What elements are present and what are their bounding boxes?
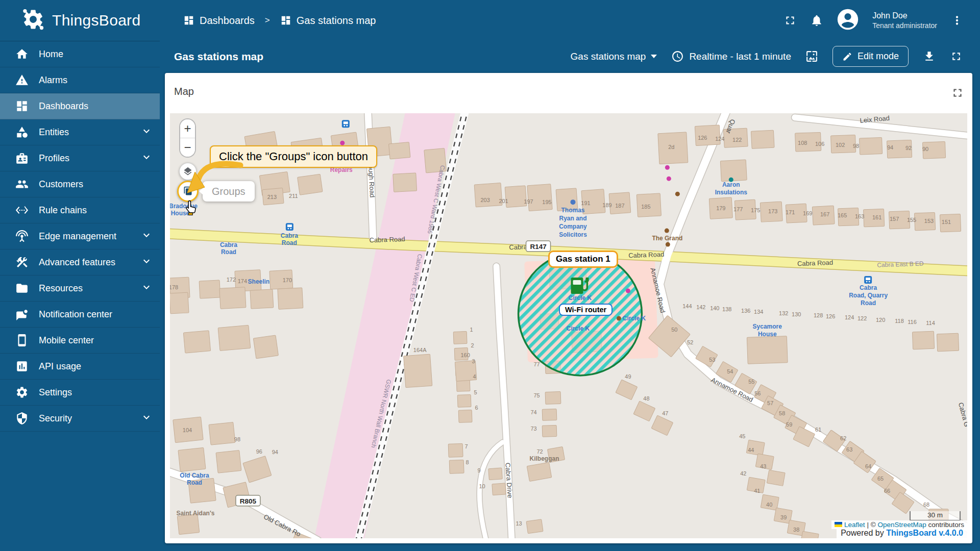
- svg-text:177: 177: [733, 206, 743, 212]
- svg-text:62: 62: [840, 435, 846, 441]
- sidebar-item-notification-center[interactable]: Notification center: [0, 302, 160, 328]
- leaflet-link[interactable]: Leaflet: [844, 521, 865, 529]
- sidebar-item-home[interactable]: Home: [0, 41, 160, 67]
- svg-text:50: 50: [671, 327, 677, 333]
- svg-text:174: 174: [238, 278, 247, 284]
- svg-text:8: 8: [466, 459, 469, 465]
- image-icon: [805, 50, 818, 63]
- more-menu-button[interactable]: [950, 14, 964, 27]
- svg-text:Cabra Road: Cabra Road: [797, 259, 833, 267]
- sidebar-item-alarms[interactable]: Alarms: [0, 67, 160, 93]
- svg-text:57: 57: [767, 400, 773, 406]
- svg-text:Thomas: Thomas: [561, 207, 585, 214]
- svg-text:61: 61: [815, 427, 821, 433]
- home-icon: [15, 47, 29, 61]
- svg-text:9: 9: [478, 467, 481, 473]
- svg-text:Sheelin: Sheelin: [248, 278, 270, 285]
- app-logo[interactable]: ThingsBoard: [0, 8, 160, 33]
- sidebar-item-profiles[interactable]: Profiles: [0, 145, 160, 171]
- svg-text:126: 126: [698, 135, 707, 141]
- widget-title: Map: [174, 86, 194, 97]
- notifications-button[interactable]: [810, 14, 823, 27]
- dashboard-image-button[interactable]: [805, 50, 818, 63]
- map-canvas[interactable]: Cabra RoadCabra RoadCabra RoadCabra Road…: [170, 113, 967, 538]
- customers-icon: [15, 178, 29, 191]
- osm-link[interactable]: OpenStreetMap: [877, 521, 926, 529]
- map-attribution: Leaflet | © OpenStreetMap contributors: [831, 520, 967, 529]
- svg-text:201: 201: [499, 198, 508, 204]
- edit-mode-button[interactable]: Edit mode: [832, 46, 909, 67]
- dashboards-icon: [15, 99, 29, 113]
- svg-text:179: 179: [716, 205, 725, 211]
- chevron-down-icon: [140, 151, 153, 165]
- svg-text:175: 175: [751, 207, 760, 213]
- sidebar-item-mobile-center[interactable]: Mobile center: [0, 328, 160, 354]
- powered-by: Powered by ThingsBoard v.4.0.0: [837, 529, 967, 538]
- svg-text:68: 68: [923, 502, 929, 508]
- more-vert-icon: [950, 14, 964, 27]
- svg-text:59: 59: [786, 421, 792, 428]
- sidebar-item-security[interactable]: Security: [0, 406, 160, 432]
- sidebar-item-settings[interactable]: Settings: [0, 380, 160, 406]
- svg-text:120: 120: [876, 317, 885, 323]
- entities-icon: [15, 126, 29, 139]
- svg-text:Cabra Road: Cabra Road: [369, 235, 405, 244]
- svg-text:2: 2: [471, 342, 474, 348]
- advanced-icon: [15, 256, 29, 269]
- map-zoom-control: + −: [179, 118, 196, 158]
- dashboard-select[interactable]: Gas stations map: [571, 51, 657, 62]
- svg-text:Road: Road: [861, 299, 876, 307]
- svg-text:187: 187: [615, 203, 624, 209]
- svg-text:40: 40: [766, 502, 772, 508]
- svg-text:185: 185: [641, 204, 650, 210]
- user-info[interactable]: John Doe Tenant administrator: [872, 11, 937, 31]
- mouse-cursor-icon: [184, 200, 198, 215]
- svg-text:153: 153: [924, 218, 934, 224]
- svg-text:178: 178: [170, 284, 178, 290]
- security-icon: [15, 412, 29, 425]
- svg-text:38: 38: [793, 527, 799, 533]
- sidebar-nav: HomeAlarmsDashboardsEntitiesProfilesCust…: [0, 41, 160, 551]
- sidebar-item-customers[interactable]: Customers: [0, 171, 160, 197]
- widget-fullscreen-button[interactable]: [951, 86, 964, 101]
- map-widget-card: Map Cabra RoadCabra RoadCabra RoadCabra …: [165, 73, 972, 543]
- svg-text:48: 48: [643, 395, 649, 402]
- breadcrumb-item-gas-stations-map[interactable]: Gas stations map: [280, 15, 376, 27]
- svg-text:169: 169: [803, 210, 812, 216]
- sidebar-item-entities[interactable]: Entities: [0, 119, 160, 145]
- sidebar-item-rule-chains[interactable]: Rule chains: [0, 197, 160, 223]
- download-button[interactable]: [923, 50, 936, 63]
- zoom-out-button[interactable]: −: [180, 138, 195, 157]
- user-avatar[interactable]: [837, 8, 859, 33]
- app-title: ThingsBoard: [52, 12, 140, 29]
- svg-text:157: 157: [890, 216, 899, 222]
- svg-text:Road: Road: [187, 479, 202, 486]
- sidebar-item-advanced-features[interactable]: Advanced features: [0, 249, 160, 276]
- svg-text:92: 92: [905, 145, 912, 151]
- rule-chains-icon: [15, 204, 29, 217]
- svg-text:58: 58: [779, 410, 785, 416]
- sidebar-item-api-usage[interactable]: API usage: [0, 354, 160, 380]
- svg-text:94: 94: [887, 144, 893, 151]
- wifi-router-marker-label[interactable]: Wi-Fi router: [559, 304, 612, 316]
- thingsboard-version-link[interactable]: ThingsBoard v.4.0.0: [886, 529, 963, 537]
- svg-text:42: 42: [740, 470, 746, 477]
- toolbar-fullscreen-button[interactable]: [950, 50, 963, 63]
- sidebar-item-dashboards[interactable]: Dashboards: [0, 93, 160, 119]
- timewindow-button[interactable]: Realtime - last 1 minute: [671, 50, 791, 63]
- breadcrumb-item-dashboards[interactable]: Dashboards: [183, 15, 255, 27]
- zoom-in-button[interactable]: +: [180, 119, 195, 138]
- svg-text:7: 7: [465, 443, 468, 449]
- sidebar-item-edge-management[interactable]: Edge management: [0, 223, 160, 249]
- svg-text:Solicitors: Solicitors: [559, 231, 587, 238]
- gas-station-marker-label[interactable]: Gas station 1: [548, 251, 618, 268]
- dashboards-icon: [280, 15, 291, 26]
- svg-text:47: 47: [662, 410, 668, 416]
- svg-text:114: 114: [926, 320, 935, 326]
- svg-text:75: 75: [533, 392, 540, 398]
- svg-text:41: 41: [754, 488, 760, 494]
- svg-text:102: 102: [836, 142, 845, 148]
- mobile-icon: [15, 334, 29, 347]
- fullscreen-button[interactable]: [783, 14, 797, 27]
- sidebar-item-resources[interactable]: Resources: [0, 276, 160, 302]
